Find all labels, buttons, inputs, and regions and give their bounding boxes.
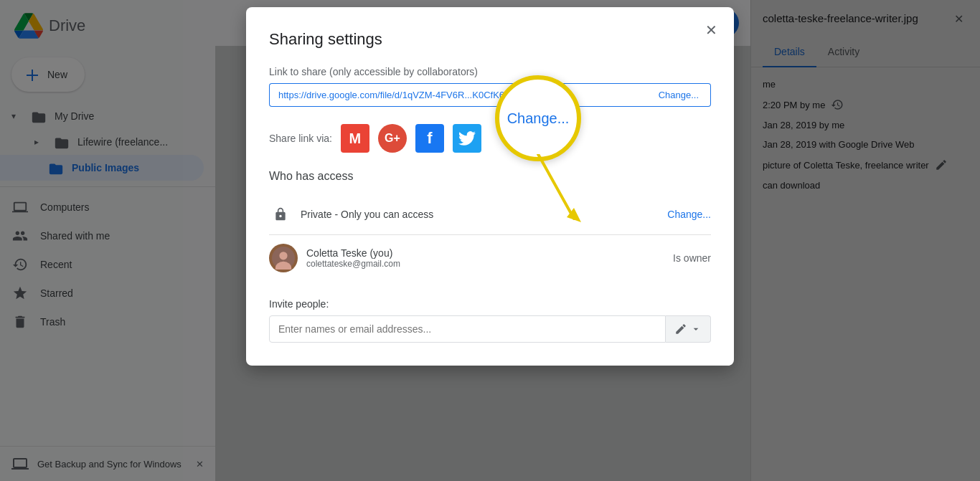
change-link-button[interactable]: Change... <box>647 83 711 107</box>
edit-icon <box>674 323 687 335</box>
twitter-icon <box>458 131 476 146</box>
share-gmail-button[interactable]: M <box>341 124 369 153</box>
user-name: Coletta Teske (you) <box>306 247 673 259</box>
avatar-image <box>272 247 295 270</box>
gmail-icon: M <box>349 130 362 147</box>
link-label: Link to share (only accessible by collab… <box>269 66 711 77</box>
link-section: Link to share (only accessible by collab… <box>269 66 711 107</box>
google-plus-icon: G+ <box>385 132 400 145</box>
invite-label: Invite people: <box>269 298 711 310</box>
share-facebook-button[interactable]: f <box>415 124 444 153</box>
user-role: Is owner <box>673 252 711 264</box>
link-input[interactable] <box>269 83 647 107</box>
access-section: Who has access Private - Only you can ac… <box>269 170 711 281</box>
facebook-icon: f <box>427 129 432 148</box>
access-type-text: Private - Only you can access <box>301 209 667 220</box>
sharing-settings-modal: ✕ Sharing settings Link to share (only a… <box>246 7 734 366</box>
user-avatar <box>269 244 298 272</box>
invite-action-button[interactable] <box>666 315 711 343</box>
change-access-link[interactable]: Change... <box>667 209 711 220</box>
user-info: Coletta Teske (you) colettateske@gmail.c… <box>306 247 673 269</box>
invite-row <box>269 315 711 343</box>
share-via-label: Share link via: <box>269 133 332 144</box>
modal-overlay[interactable]: ✕ Sharing settings Link to share (only a… <box>0 0 980 481</box>
invite-input[interactable] <box>269 315 666 343</box>
share-google-plus-button[interactable]: G+ <box>378 124 407 153</box>
share-via-section: Share link via: M G+ f <box>269 124 711 153</box>
lock-icon <box>269 203 292 226</box>
link-row: Change... <box>269 83 711 107</box>
access-row: Private - Only you can access Change... <box>269 194 711 235</box>
access-title: Who has access <box>269 170 711 183</box>
modal-close-button[interactable]: ✕ <box>699 19 722 42</box>
dropdown-arrow-icon <box>690 323 702 335</box>
invite-section: Invite people: <box>269 298 711 343</box>
svg-point-1 <box>279 252 287 259</box>
modal-close-icon: ✕ <box>705 22 717 39</box>
share-twitter-button[interactable] <box>453 124 481 153</box>
modal-title: Sharing settings <box>269 30 711 49</box>
user-row: Coletta Teske (you) colettateske@gmail.c… <box>269 235 711 281</box>
user-email: colettateske@gmail.com <box>306 259 673 269</box>
